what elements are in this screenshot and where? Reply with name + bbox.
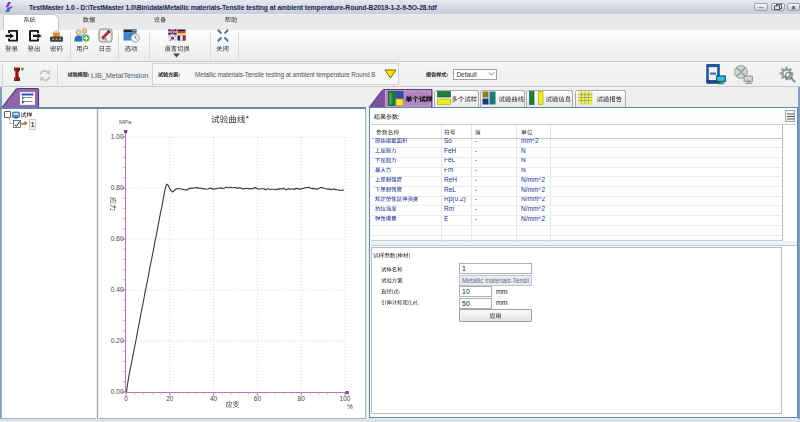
- svg-text:20: 20: [166, 394, 174, 401]
- svg-text:MPa: MPa: [119, 119, 132, 125]
- svg-text:0.40: 0.40: [111, 286, 124, 293]
- svg-text:0.80: 0.80: [111, 184, 124, 191]
- svg-text:60: 60: [254, 394, 262, 401]
- svg-text:0.60: 0.60: [111, 235, 124, 242]
- svg-text:0.00: 0.00: [111, 388, 124, 395]
- svg-text:100: 100: [340, 394, 351, 401]
- svg-text:1.00: 1.00: [111, 133, 124, 140]
- svg-text:40: 40: [210, 394, 218, 401]
- svg-text:0: 0: [124, 394, 128, 401]
- svg-text:0.20: 0.20: [111, 337, 124, 344]
- svg-text:log: log: [102, 37, 107, 41]
- svg-text:%: %: [347, 403, 353, 410]
- svg-text:80: 80: [298, 394, 306, 401]
